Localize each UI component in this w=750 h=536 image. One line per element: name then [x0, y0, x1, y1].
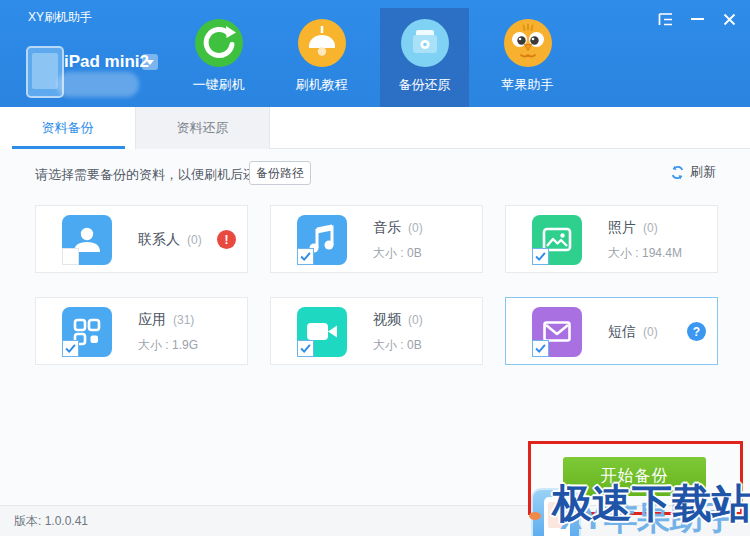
card-size: 大小 : 0B	[373, 245, 423, 262]
card-sms[interactable]: 短信 (0) ?	[505, 297, 718, 365]
nav-label: 一键刷机	[193, 76, 245, 94]
card-label: 照片	[608, 219, 636, 237]
apps-checkbox[interactable]	[62, 340, 79, 357]
flash-circle-icon	[195, 19, 243, 67]
card-music[interactable]: 音乐 (0) 大小 : 0B	[270, 205, 483, 273]
check-icon	[63, 341, 78, 356]
card-label: 短信	[608, 323, 636, 341]
help-badge[interactable]: ?	[687, 322, 706, 341]
check-icon	[533, 249, 548, 264]
nav-label: 刷机教程	[296, 76, 348, 94]
card-count: (0)	[408, 313, 423, 327]
nav-item-apple-assistant[interactable]: 苹果助手	[483, 8, 572, 107]
app-window: XY刷机助手 iPad mini2 一键刷机	[0, 0, 750, 536]
card-photos[interactable]: 照片 (0) 大小 : 194.4M	[505, 205, 718, 273]
device-serial-blurred	[57, 72, 139, 97]
refresh-button[interactable]: 刷新	[670, 163, 716, 181]
check-icon	[298, 341, 313, 356]
window-controls	[654, 10, 740, 28]
version-text: 版本: 1.0.0.41	[14, 513, 88, 530]
card-videos[interactable]: 视频 (0) 大小 : 0B	[270, 297, 483, 365]
card-count: (0)	[408, 221, 423, 235]
photos-checkbox[interactable]	[532, 248, 549, 265]
chevron-down-icon	[146, 60, 154, 65]
header: XY刷机助手 iPad mini2 一键刷机	[0, 0, 750, 107]
tab-data-restore[interactable]: 资料还原	[135, 107, 270, 149]
videos-checkbox[interactable]	[297, 340, 314, 357]
card-apps[interactable]: 应用 (31) 大小 : 1.9G	[35, 297, 248, 365]
nav-item-one-key-flash[interactable]: 一键刷机	[174, 8, 263, 107]
lamp-icon	[298, 19, 346, 67]
card-size: 大小 : 1.9G	[138, 337, 198, 354]
card-size: 大小 : 194.4M	[608, 245, 682, 262]
nav-item-backup-restore[interactable]: 备份还原	[380, 8, 469, 107]
check-icon	[533, 341, 548, 356]
main-nav: 一键刷机 刷机教程 备份还原	[174, 8, 572, 107]
card-count: (31)	[173, 313, 194, 327]
card-label: 应用	[138, 311, 166, 329]
device-dropdown-button[interactable]	[142, 54, 158, 70]
card-contacts[interactable]: 联系人 (0) !	[35, 205, 248, 273]
backup-box-icon	[401, 19, 449, 67]
contacts-checkbox[interactable]	[62, 248, 79, 265]
music-checkbox[interactable]	[297, 248, 314, 265]
minimize-button[interactable]	[686, 10, 708, 28]
card-label: 视频	[373, 311, 401, 329]
sms-checkbox[interactable]	[532, 340, 549, 357]
refresh-icon	[670, 165, 685, 180]
alert-badge-icon: !	[217, 230, 236, 249]
status-bar: 版本: 1.0.0.41	[0, 505, 750, 536]
card-count: (0)	[643, 221, 658, 235]
device-name: iPad mini2	[64, 52, 184, 72]
card-size: 大小 : 0B	[373, 337, 423, 354]
nav-label: 备份还原	[399, 76, 451, 94]
backup-path-button[interactable]: 备份路径	[249, 161, 311, 185]
card-count: (0)	[187, 233, 202, 247]
check-icon	[298, 249, 313, 264]
nav-item-flash-tutorial[interactable]: 刷机教程	[277, 8, 366, 107]
close-button[interactable]	[718, 10, 740, 28]
refresh-label: 刷新	[690, 163, 716, 181]
menu-icon[interactable]	[654, 10, 676, 28]
nav-label: 苹果助手	[502, 76, 554, 94]
card-label: 联系人	[138, 231, 180, 249]
card-label: 音乐	[373, 219, 401, 237]
app-title: XY刷机助手	[28, 9, 92, 26]
start-backup-button[interactable]: 开始备份	[563, 457, 706, 496]
card-count: (0)	[643, 325, 658, 339]
backup-items-grid: 联系人 (0) ! 音乐 (0)	[35, 205, 718, 365]
tab-bar: 资料备份 资料还原	[0, 107, 750, 149]
owl-icon	[504, 19, 552, 67]
backup-instruction-text: 请选择需要备份的资料，以便刷机后还原:	[35, 166, 273, 184]
tab-data-backup[interactable]: 资料备份	[0, 107, 135, 149]
